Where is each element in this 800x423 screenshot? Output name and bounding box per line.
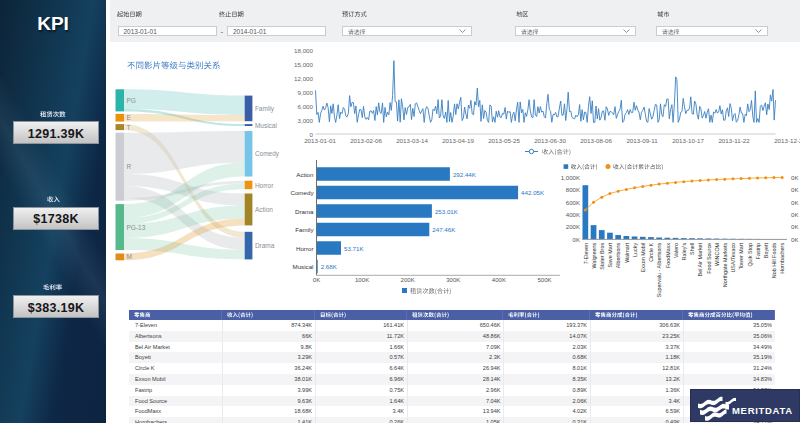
svg-text:Bel Air Market: Bel Air Market [697,242,703,276]
svg-text:PG: PG [127,97,136,104]
svg-text:2013-02-06: 2013-02-06 [350,137,382,144]
svg-text:200K: 200K [401,276,415,283]
svg-text:Action: Action [296,171,314,178]
svg-text:442.05K: 442.05K [521,189,545,196]
svg-text:WINCOM: WINCOM [714,242,720,266]
svg-text:7-Eleven: 7-Eleven [583,243,589,264]
svg-text:Exxon Mobil: Exxon Mobil [640,243,646,272]
svg-text:2013-09-11: 2013-09-11 [626,137,658,144]
svg-text:Nob Hill Foods: Nob Hill Foods [771,243,777,279]
svg-text:Food Source: Food Source [706,243,712,274]
svg-text:2013-01-01: 2013-01-01 [304,137,336,144]
svg-text:2013-04-19: 2013-04-19 [442,137,474,144]
svg-text:18,000: 18,000 [294,47,313,54]
svg-text:E: E [127,114,132,121]
svg-text:2013-05-25: 2013-05-25 [488,137,520,144]
svg-text:200K: 200K [566,223,580,230]
svg-text:Hornbachers: Hornbachers [779,243,785,274]
svg-text:253.01K: 253.01K [435,208,459,215]
svg-text:0K: 0K [791,211,798,218]
svg-text:0K: 0K [791,236,798,243]
svg-text:Quik Stop: Quik Stop [747,243,753,267]
svg-text:Family: Family [295,226,314,233]
svg-text:M: M [127,253,132,260]
svg-text:Tower Mart: Tower Mart [738,242,744,269]
svg-text:600K: 600K [566,199,580,206]
svg-text:247.46K: 247.46K [432,226,456,233]
svg-text:15,000: 15,000 [294,61,313,68]
svg-text:0K: 0K [313,276,320,283]
svg-text:0K: 0K [573,236,580,243]
svg-text:Circle K: Circle K [648,243,654,262]
svg-text:Drama: Drama [255,242,275,249]
svg-text:292.44K: 292.44K [453,171,477,178]
svg-text:Northgate Markets: Northgate Markets [722,243,728,288]
svg-text:PG-13: PG-13 [127,224,146,231]
svg-text:800K: 800K [566,186,580,193]
svg-text:53.71K: 53.71K [344,245,364,252]
svg-text:400K: 400K [566,211,580,218]
svg-text:6,000: 6,000 [298,103,314,110]
svg-text:Family: Family [255,105,275,113]
svg-text:USA/Texaco: USA/Texaco [730,243,736,273]
svg-text:Horror: Horror [255,182,274,189]
svg-text:Comedy: Comedy [290,189,314,196]
svg-text:400K: 400K [492,276,506,283]
svg-text:2013-03-14: 2013-03-14 [396,137,428,144]
svg-text:Drama: Drama [295,208,314,215]
svg-text:2013-11-22: 2013-11-22 [718,137,750,144]
svg-text:Action: Action [255,206,273,213]
svg-text:Horror: Horror [296,245,314,252]
svg-text:Stater Bros: Stater Bros [599,243,605,270]
svg-text:0K: 0K [791,186,798,193]
svg-text:Comedy: Comedy [255,150,280,158]
svg-text:Walgreens: Walgreens [591,243,597,269]
svg-text:Musical: Musical [293,263,314,270]
svg-text:2013-06-30: 2013-06-30 [534,137,566,144]
svg-text:Raley's: Raley's [681,243,687,261]
svg-text:Albertsons: Albertsons [615,243,621,269]
svg-text:9,000: 9,000 [298,89,314,96]
svg-text:Musical: Musical [255,122,278,129]
svg-text:1,000K: 1,000K [561,174,580,181]
svg-text:Valero: Valero [673,243,679,258]
svg-text:3,000: 3,000 [298,117,314,124]
svg-text:0K: 0K [791,223,798,230]
svg-text:0K: 0K [791,174,798,181]
svg-text:Boyett: Boyett [763,242,769,258]
svg-text:12,000: 12,000 [294,75,313,82]
svg-text:Shell: Shell [689,243,695,255]
svg-text:Fastrip: Fastrip [755,243,761,259]
svg-text:FoodMaxx: FoodMaxx [665,243,671,268]
svg-text:T: T [127,124,131,131]
svg-text:2013-10-17: 2013-10-17 [672,137,704,144]
svg-text:R: R [127,163,132,170]
svg-text:0K: 0K [791,199,798,206]
svg-text:2013-12-28: 2013-12-28 [774,137,800,144]
svg-text:Supervalu - Albertsons: Supervalu - Albertsons [656,243,662,298]
svg-text:Walmart: Walmart [624,242,630,262]
svg-text:2.68K: 2.68K [321,263,338,270]
svg-text:Lucky: Lucky [632,243,638,257]
svg-text:300K: 300K [446,276,460,283]
svg-text:500K: 500K [537,276,551,283]
svg-text:2013-08-06: 2013-08-06 [580,137,612,144]
svg-text:Save Mart: Save Mart [607,242,613,267]
svg-text:100K: 100K [355,276,369,283]
